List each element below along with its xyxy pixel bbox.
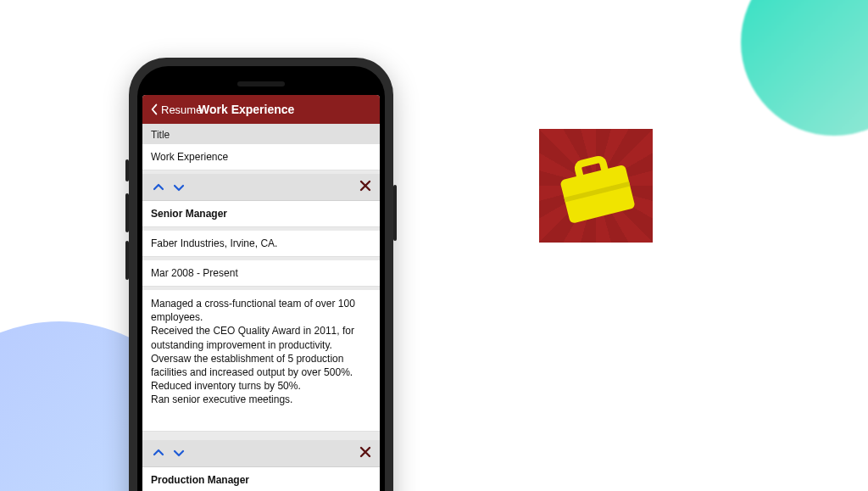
- form-content: Title Work Experience Senior Manager Fab…: [142, 124, 380, 491]
- page-title: Work Experience: [198, 103, 373, 116]
- delete-entry-button[interactable]: [359, 180, 371, 194]
- job-title-input[interactable]: Production Manager: [142, 467, 380, 492]
- phone-frame: Resume Work Experience Title Work Experi…: [129, 58, 393, 491]
- back-label: Resume: [161, 103, 202, 116]
- move-up-button[interactable]: [151, 445, 166, 460]
- move-down-button[interactable]: [171, 445, 186, 460]
- entry-controls: [142, 174, 380, 201]
- chevron-left-icon: [149, 103, 159, 115]
- app-icon: [539, 129, 653, 243]
- company-input[interactable]: Faber Industries, Irvine, CA.: [142, 231, 380, 257]
- entry-controls: [142, 440, 380, 467]
- delete-entry-button[interactable]: [359, 446, 371, 460]
- title-header: Title: [142, 124, 380, 144]
- move-down-button[interactable]: [171, 180, 186, 195]
- title-input[interactable]: Work Experience: [142, 144, 380, 170]
- dates-input[interactable]: Mar 2008 - Present: [142, 260, 380, 287]
- job-title-input[interactable]: Senior Manager: [142, 201, 380, 227]
- navigation-bar: Resume Work Experience: [142, 95, 380, 124]
- move-up-button[interactable]: [151, 180, 166, 195]
- decorative-blob-top-right: [741, 0, 868, 136]
- phone-screen: Resume Work Experience Title Work Experi…: [142, 95, 380, 491]
- description-input[interactable]: Managed a cross-functional team of over …: [142, 290, 380, 432]
